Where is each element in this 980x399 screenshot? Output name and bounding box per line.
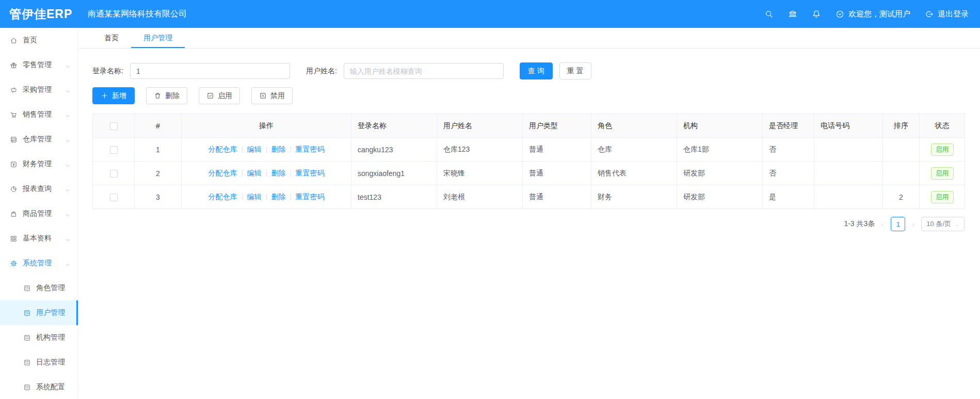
- login-name-input[interactable]: [130, 63, 290, 79]
- col-sort: 排序: [883, 114, 920, 138]
- down-circle-icon: [836, 10, 844, 19]
- status-badge: 启用: [931, 191, 954, 203]
- reset-password-link[interactable]: 重置密码: [296, 169, 325, 178]
- sidebar-item-purchase[interactable]: 采购管理: [0, 77, 78, 102]
- sidebar-item-system[interactable]: 系统管理: [0, 251, 78, 276]
- reset-password-link[interactable]: 重置密码: [296, 145, 325, 154]
- bell-icon[interactable]: [812, 9, 821, 19]
- sidebar-item-products[interactable]: 商品管理: [0, 201, 78, 226]
- col-phone: 电话号码: [814, 114, 883, 138]
- user-name-label: 用户姓名:: [306, 67, 337, 76]
- header-actions: 欢迎您，测试用户 退出登录: [764, 9, 980, 19]
- tab-home[interactable]: 首页: [92, 28, 131, 48]
- delete-button-label: 删除: [165, 91, 180, 101]
- assign-warehouse-link[interactable]: 分配仓库: [208, 193, 237, 202]
- sidebar-item-org-mgmt[interactable]: 机构管理: [0, 325, 78, 350]
- trash-icon: [154, 92, 162, 100]
- sidebar-item-label: 报表查询: [23, 184, 52, 194]
- sidebar-item-sales[interactable]: 销售管理: [0, 102, 78, 127]
- sidebar-item-finance[interactable]: 财务管理: [0, 152, 78, 177]
- col-actions: 操作: [182, 114, 351, 138]
- add-button[interactable]: 新增: [92, 87, 135, 104]
- page-size-select[interactable]: 10 条/页: [921, 217, 965, 231]
- delete-link[interactable]: 删除: [271, 169, 286, 178]
- chevron-down-icon: [65, 87, 70, 92]
- row-checkbox[interactable]: [110, 146, 118, 154]
- page-number[interactable]: 1: [891, 217, 905, 231]
- cell-login: test123: [351, 185, 437, 209]
- cart-icon: [10, 111, 18, 119]
- col-status: 状态: [920, 114, 965, 138]
- profile-icon: [23, 284, 31, 292]
- sidebar-item-label: 日志管理: [36, 358, 65, 367]
- edit-link[interactable]: 编辑: [247, 193, 262, 202]
- row-checkbox[interactable]: [110, 170, 118, 178]
- pie-chart-icon: [10, 185, 18, 193]
- cell-manager: 否: [763, 162, 814, 185]
- cell-index: 1: [135, 138, 182, 162]
- row-checkbox[interactable]: [110, 194, 118, 201]
- user-menu[interactable]: 欢迎您，测试用户: [836, 9, 910, 19]
- cell-type: 普通: [523, 162, 591, 185]
- query-button[interactable]: 查 询: [520, 62, 553, 79]
- enable-button-label: 启用: [218, 91, 232, 101]
- reset-password-link[interactable]: 重置密码: [296, 193, 325, 202]
- sidebar-item-label: 仓库管理: [23, 135, 52, 144]
- logout-icon: [925, 10, 934, 19]
- sidebar-item-log-mgmt[interactable]: 日志管理: [0, 350, 78, 375]
- tab-user-mgmt[interactable]: 用户管理: [131, 28, 185, 48]
- bank-icon[interactable]: [788, 9, 797, 19]
- user-name-input[interactable]: [344, 63, 504, 79]
- sidebar-item-reports[interactable]: 报表查询: [0, 177, 78, 201]
- sidebar-item-label: 采购管理: [23, 85, 52, 94]
- sidebar-item-basic-data[interactable]: 基本资料: [0, 226, 78, 251]
- sidebar: 首页 零售管理 采购管理 销售管理: [0, 28, 78, 399]
- sidebar-item-user-mgmt[interactable]: 用户管理: [0, 300, 78, 325]
- shopping-bag-icon: [10, 210, 18, 218]
- edit-link[interactable]: 编辑: [247, 145, 262, 154]
- select-all-checkbox[interactable]: [110, 122, 118, 130]
- cell-role: 销售代表: [591, 162, 677, 185]
- sidebar-item-sys-config[interactable]: 系统配置: [0, 375, 78, 399]
- cell-role: 仓库: [591, 138, 677, 162]
- sidebar-item-warehouse[interactable]: 仓库管理: [0, 127, 78, 152]
- next-page-icon[interactable]: [910, 221, 916, 227]
- cell-sort: [883, 138, 920, 162]
- search-icon[interactable]: [764, 9, 774, 19]
- page-size-value: 10 条/页: [926, 219, 951, 229]
- company-name: 南通某某网络科技有限公司: [88, 9, 187, 20]
- welcome-text: 欢迎您，测试用户: [848, 9, 910, 19]
- logout-button[interactable]: 退出登录: [925, 9, 969, 19]
- table-row: 1 分配仓库 编辑 删除 重置密码 cangku123 仓库123 普通 仓库 …: [93, 138, 965, 162]
- col-role: 角色: [591, 114, 677, 138]
- col-org: 机构: [677, 114, 763, 138]
- edit-link[interactable]: 编辑: [247, 169, 262, 178]
- home-icon: [10, 37, 18, 44]
- cell-sort: 2: [883, 185, 920, 209]
- sidebar-item-label: 首页: [23, 36, 37, 45]
- enable-button[interactable]: 启用: [199, 87, 240, 104]
- delete-button[interactable]: 删除: [146, 87, 187, 104]
- sidebar-item-label: 系统管理: [23, 259, 52, 268]
- sidebar-item-home[interactable]: 首页: [0, 28, 78, 53]
- disable-button[interactable]: 禁用: [251, 87, 293, 104]
- col-type: 用户类型: [523, 114, 591, 138]
- delete-link[interactable]: 删除: [271, 193, 286, 202]
- col-name: 用户姓名: [437, 114, 523, 138]
- prev-page-icon[interactable]: [880, 221, 886, 227]
- chevron-up-icon: [65, 261, 70, 266]
- assign-warehouse-link[interactable]: 分配仓库: [208, 145, 237, 154]
- table-row: 3 分配仓库 编辑 删除 重置密码 test123 刘老根 普通 财务 研发部 …: [93, 185, 965, 209]
- cell-manager: 否: [763, 138, 814, 162]
- sidebar-item-retail[interactable]: 零售管理: [0, 53, 78, 77]
- cell-org: 研发部: [677, 185, 763, 209]
- table-toolbar: 新增 删除 启用 禁用: [92, 87, 980, 104]
- col-index: #: [135, 114, 182, 138]
- delete-link[interactable]: 删除: [271, 145, 286, 154]
- reset-button[interactable]: 重 置: [559, 62, 591, 79]
- sidebar-item-role-mgmt[interactable]: 角色管理: [0, 276, 78, 300]
- assign-warehouse-link[interactable]: 分配仓库: [208, 169, 237, 178]
- sidebar-item-label: 销售管理: [23, 110, 52, 119]
- tab-bar: 首页 用户管理: [79, 28, 980, 49]
- chevron-down-icon: [65, 62, 70, 68]
